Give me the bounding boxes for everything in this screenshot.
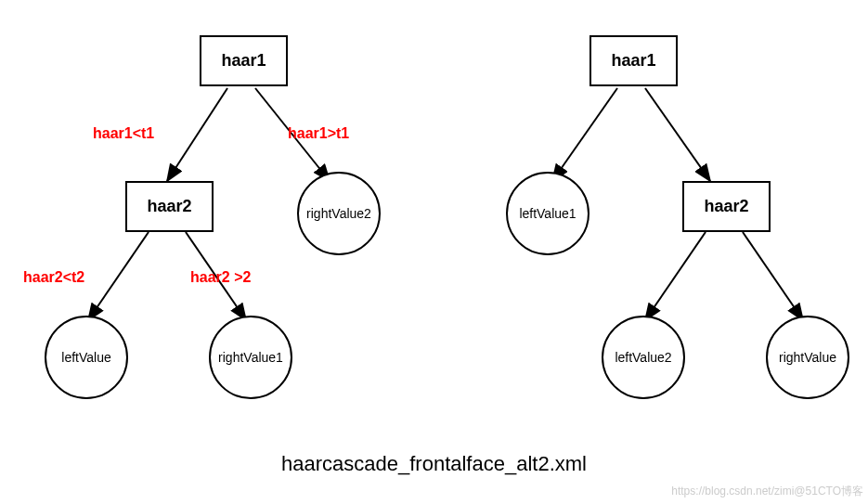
caption-text: haarcascade_frontalface_alt2.xml xyxy=(281,452,587,476)
tree2-right-child-node: haar2 xyxy=(682,181,771,232)
tree1-left-left-leaf-node: leftValue xyxy=(45,316,128,399)
watermark-text: https://blog.csdn.net/zimi@51CTO博客 xyxy=(671,484,863,499)
tree2-left-leaf-node: leftValue1 xyxy=(506,172,589,255)
tree2-right-right-leaf-node: rightValue xyxy=(766,316,849,399)
tree1-left-right-leaf-label: rightValue1 xyxy=(218,350,283,365)
svg-line-8 xyxy=(743,232,803,320)
tree2-right-left-leaf-node: leftValue2 xyxy=(602,316,685,399)
svg-line-3 xyxy=(88,232,149,320)
svg-line-7 xyxy=(645,232,706,320)
tree1-root-left-edge-label: haar1<t1 xyxy=(93,125,154,142)
svg-line-5 xyxy=(552,88,617,181)
tree1-left-child-label: haar2 xyxy=(147,197,191,216)
tree1-root-label: haar1 xyxy=(221,51,266,71)
tree1-left-right-leaf-node: rightValue1 xyxy=(209,316,292,399)
svg-line-6 xyxy=(645,88,710,181)
tree2-right-child-label: haar2 xyxy=(704,197,748,216)
svg-line-1 xyxy=(167,88,227,181)
tree1-child-right-edge-label: haar2 >2 xyxy=(190,269,251,286)
tree2-left-leaf-label: leftValue1 xyxy=(519,206,576,221)
tree1-right-leaf-label: rightValue2 xyxy=(306,206,371,221)
tree2-root-node: haar1 xyxy=(589,35,678,86)
tree1-root-right-edge-label: haar1>t1 xyxy=(288,125,349,142)
tree1-left-left-leaf-label: leftValue xyxy=(61,350,110,365)
tree2-root-label: haar1 xyxy=(611,51,655,71)
arrows-svg xyxy=(0,0,868,504)
tree1-left-child-node: haar2 xyxy=(125,181,214,232)
tree1-root-node: haar1 xyxy=(200,35,288,86)
tree2-right-left-leaf-label: leftValue2 xyxy=(615,350,671,365)
tree2-right-right-leaf-label: rightValue xyxy=(779,350,836,365)
tree1-right-leaf-node: rightValue2 xyxy=(297,172,381,255)
tree1-child-left-edge-label: haar2<t2 xyxy=(23,269,84,286)
